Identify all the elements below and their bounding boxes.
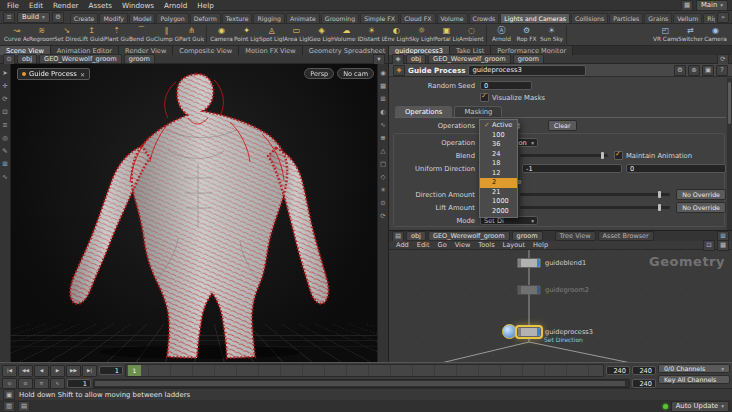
dropdown-menu-item[interactable]: 24 (480, 150, 517, 160)
shelf-tool[interactable]: ⇡ Plant Guides (104, 25, 129, 44)
blend-slider[interactable] (520, 154, 608, 157)
close-icon[interactable]: ✕ (80, 71, 85, 78)
transport-button[interactable]: ▶| (82, 365, 97, 377)
shelf-tool[interactable]: ⚙ Rop FX (514, 25, 539, 44)
shelf-tab[interactable]: Lights and Cameras (500, 13, 570, 23)
shelf-tab[interactable]: Vellum (673, 13, 702, 23)
transport-button[interactable]: ▶▶ (66, 365, 81, 377)
range-start-field[interactable]: 1 (67, 379, 91, 388)
shelf-tab[interactable]: Cloud FX (400, 13, 435, 23)
shelf-tool[interactable]: ↝ Curve Advect (4, 25, 29, 44)
shelf-tool[interactable]: Ⓐ Arnold (489, 25, 514, 44)
cache-icon[interactable]: ▤ (18, 401, 30, 412)
hamburger-icon[interactable]: ≡ (3, 12, 15, 23)
node-name-field[interactable]: guideprocess3 (468, 65, 586, 76)
menubar-item[interactable]: Edit (24, 1, 48, 10)
end-frame-field[interactable]: 240 (606, 366, 630, 375)
network-canvas[interactable]: Geometry guideblend1 guidegroom2 (389, 250, 732, 363)
node-guideprocess[interactable]: guideprocess3 Set Direction (517, 327, 593, 337)
viewport-display-icon[interactable]: ∿ (379, 120, 388, 129)
shelf-tab[interactable]: Rigid Bodies (703, 13, 715, 23)
node-body[interactable] (517, 258, 541, 268)
viewport-display-icon[interactable]: ◉ (379, 68, 388, 77)
shelf-gear-icon[interactable]: ⚙ (52, 12, 64, 23)
viewport-display-icon[interactable]: ▢ (379, 159, 388, 168)
grid-icon[interactable]: ▦ (717, 240, 729, 251)
folder-tab[interactable]: Operations (395, 106, 452, 117)
transport-button[interactable]: ◀ (34, 365, 49, 377)
message-log-icon[interactable]: ▣ (3, 389, 15, 400)
random-seed-field[interactable]: 0 (480, 81, 532, 90)
breadcrumb[interactable]: groom (513, 54, 544, 64)
shelf-tab[interactable]: Volume (437, 13, 468, 23)
shelf-tool[interactable]: ∥ Clump Guides (154, 25, 179, 44)
pane-tab[interactable]: Asset Browser (598, 231, 654, 241)
transport-button[interactable]: ◀◀ (18, 365, 33, 377)
shelf-overflow-icon[interactable]: » (717, 12, 729, 23)
breadcrumb[interactable]: GEO_Werewolf_groom (39, 54, 122, 64)
shelf-tool[interactable]: ▭ Area Light (284, 25, 309, 44)
folder-tab[interactable]: Masking (454, 106, 502, 117)
camera-pill[interactable]: No cam (337, 68, 374, 79)
viewport-display-icon[interactable]: ⊞ (379, 94, 388, 103)
desktop-grid-icon[interactable]: ▦ (681, 0, 693, 11)
pane-tab[interactable]: Motion FX View (239, 46, 303, 55)
viewport-tool-icon[interactable]: ✛ (1, 81, 10, 90)
dropdown-menu-item[interactable]: Active (480, 121, 517, 131)
node-body[interactable] (517, 285, 541, 295)
viewport-display-icon[interactable]: ◐ (379, 107, 388, 116)
menubar-item[interactable]: Assets (84, 1, 117, 10)
shelf-tool[interactable]: ☁ Volume Light (334, 25, 359, 44)
shelf-tab[interactable]: Texture (222, 13, 253, 23)
zoom-fit-icon[interactable]: ⊡ (703, 240, 715, 251)
shelf-tool[interactable]: ◈ Geo Light (309, 25, 334, 44)
breadcrumb[interactable]: groom (512, 231, 543, 241)
refresh-icon[interactable]: ⟳ (717, 54, 729, 65)
shelf-tab[interactable]: Create (70, 13, 99, 23)
shelf-tool[interactable]: ✦ Point Light (234, 25, 259, 44)
shelf-tab[interactable]: Rigging (253, 13, 284, 23)
dropdown-menu-item[interactable]: 2 (480, 178, 517, 188)
network-menu-item[interactable]: Layout (499, 241, 529, 249)
gear-icon[interactable]: ⚙ (674, 65, 686, 76)
lock-icon[interactable]: ⊙ (3, 54, 15, 65)
viewport-tool-icon[interactable]: ⟳ (1, 94, 10, 103)
breadcrumb[interactable]: GEO_Werewolf_groom (428, 54, 511, 64)
network-menu-item[interactable]: View (451, 241, 475, 249)
shelf-tool[interactable]: ◰ VR Camera (653, 25, 678, 44)
update-mode-selector[interactable]: Auto Update ▾ (671, 401, 729, 412)
playhead[interactable]: 1 (128, 365, 141, 376)
menubar-item[interactable]: Help (192, 1, 218, 10)
list-icon[interactable]: ▤ (392, 231, 404, 242)
dropdown-menu-item[interactable]: 100 (480, 131, 517, 141)
viewport-display-icon[interactable]: ◇ (379, 172, 388, 181)
shelf-tool[interactable]: ☀ Sun Sky (539, 25, 564, 44)
viewport-tool-icon[interactable]: ✎ (1, 146, 10, 155)
menubar-item[interactable]: Arnold (159, 1, 192, 10)
viewport-display-icon[interactable]: ≣ (379, 133, 388, 142)
dropdown-menu-item[interactable]: 1000 (480, 197, 517, 207)
shelf-tab[interactable]: Collisions (571, 13, 608, 23)
shelf-tool[interactable]: ◉ Camera (209, 25, 234, 44)
help-icon[interactable]: ? (716, 65, 728, 76)
shelf-tool[interactable]: ⌒ Bend Guides (129, 25, 154, 44)
transport-button[interactable]: |◀ (2, 365, 17, 377)
memory-icon[interactable]: ▥ (3, 401, 15, 412)
shelf-tool[interactable]: ≋ Regroom (29, 25, 54, 44)
viewport-display-icon[interactable]: ▦ (379, 81, 388, 90)
network-menu-item[interactable]: Go (434, 241, 451, 249)
history-icon[interactable]: ▾ (373, 54, 385, 65)
viewport-tool-icon[interactable]: ∿ (1, 172, 10, 181)
shelf-tool[interactable]: ☼ Sky Light (409, 25, 434, 44)
network-menu-item[interactable]: Edit (413, 241, 434, 249)
clear-button[interactable]: Clear (548, 120, 576, 131)
pin-icon[interactable]: ▣ (702, 65, 714, 76)
node-body[interactable] (517, 327, 541, 337)
shelf-tab[interactable]: Grooming (321, 13, 359, 23)
shelf-tool[interactable]: ⇄ Switcher (678, 25, 703, 44)
direction-no-override-button[interactable]: No Override (676, 189, 726, 200)
shelf-tab[interactable]: Animate (286, 13, 320, 23)
dropdown-menu-item[interactable]: 12 (480, 169, 517, 179)
io-icon[interactable]: ⊕ (688, 65, 700, 76)
menubar-item[interactable]: Windows (117, 1, 159, 10)
